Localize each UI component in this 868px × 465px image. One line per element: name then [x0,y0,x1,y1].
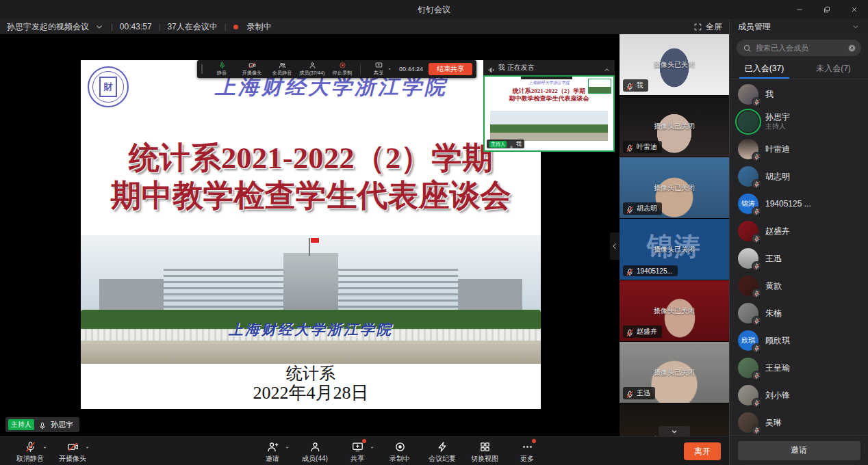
minimize-button[interactable] [786,0,813,19]
leave-button[interactable]: 离开 [684,442,721,460]
collapse-thumbnails-button[interactable] [610,232,620,260]
caret-down-icon[interactable] [387,62,392,68]
chevron-up-icon[interactable] [603,64,611,72]
member-row[interactable]: 叶雷迪 [730,135,868,163]
members-button[interactable]: 成员(44) [297,437,333,465]
floating-share-toolbar: 静音开摄像头全员静音成员(37/44)停止录制 共享 00:44:24 结束共享 [197,60,476,78]
record-icon [339,62,346,69]
member-name: 孙思宇 [765,112,790,122]
member-row[interactable]: 欣琪顾欣琪 [730,327,868,354]
avatar [738,385,758,406]
lightning-icon [437,441,448,453]
member-row[interactable]: 胡志明 [730,163,868,190]
mic-muted-icon [752,316,761,326]
member-name: 黄款 [765,281,782,291]
member-role: 主持人 [765,122,790,131]
chevron-down-icon[interactable] [94,22,104,31]
avatar [738,84,758,105]
plaza [81,341,541,364]
host-badge: 主持人 [8,419,34,430]
video-tile-赵盛卉[interactable]: 摄像头已关闭赵盛卉 [620,280,729,342]
more-button[interactable]: 更多 [509,437,545,465]
cam-off-icon [248,62,256,69]
search-input[interactable] [737,40,861,56]
mic-muted-icon [752,343,761,353]
recording-button[interactable]: 录制中 [382,437,418,465]
member-row[interactable]: 锦涛19405125 ... [730,190,868,217]
clear-search-icon[interactable] [847,43,856,52]
fullscreen-button[interactable]: 全屏 [693,21,722,33]
invite-button[interactable]: 邀请 [255,437,290,465]
member-row[interactable]: 孙思宇主持人 [730,108,868,135]
video-tile-我[interactable]: 摄像头已关闭我 [620,34,729,96]
caret-down-icon[interactable] [369,441,375,447]
pip-name-pill: 主持人 我 [487,140,524,148]
tab-joined[interactable]: 已入会(37) [730,59,799,79]
meeting-title[interactable]: 孙思宇发起的视频会议 [7,21,89,33]
video-tile-19405125...[interactable]: 锦涛摄像头已关闭19405125... [620,219,729,280]
dots-icon [522,441,533,453]
drag-handle[interactable] [201,64,204,74]
unmute-button[interactable]: 取消静音 [12,437,48,465]
camera-on-button[interactable]: 开摄像头 [237,62,267,77]
slide-title-line2: 期中教学检查学生代表座谈会 [81,177,541,215]
pip-preview: 上海财经大学浙江学院 统计系2021-2022（2）学期 期中教学检查学生代表座… [483,75,615,152]
avatar [738,358,758,378]
share-button[interactable]: 共享 [340,437,375,465]
caret-down-icon[interactable] [42,441,48,447]
member-row[interactable]: 刘小锋 [730,382,868,409]
more-label: 更多 [520,454,534,464]
minutes-label: 会议纪要 [429,454,456,464]
member-name: 我 [765,90,774,99]
mute-all-label: 全员静音 [272,70,292,77]
scroll-thumbnails-down-button[interactable] [659,426,690,436]
mic-muted-icon [752,152,761,161]
member-panel-header: 成员管理 [730,19,868,34]
member-row[interactable]: 吴琳 [730,409,868,435]
invite-label: 邀请 [266,454,279,464]
members-button[interactable]: 成员(37/44) [297,62,327,77]
meeting-main-area: 孙思宇发起的视频会议 | 00:43:57 | 37人在会议中 | 录制中 全屏 [0,19,729,465]
member-name: 王迅 [765,254,782,263]
member-row[interactable]: 王呈瑜 [730,354,868,382]
video-tile-胡志明[interactable]: 摄像头已关闭胡志明 [620,157,729,219]
invite-button[interactable]: 邀请 [738,441,860,460]
participant-count: 37人在会议中 [167,21,217,33]
tile-name: 19405125... [637,267,673,275]
video-tile-王迅[interactable]: 摄像头已关闭王迅 [620,342,729,403]
layout-button[interactable]: 切换视图 [467,437,502,465]
share-menu-label: 共享 [374,70,383,77]
divider: | [225,23,227,31]
mute-button[interactable]: 静音 [207,62,237,77]
mute-all-button[interactable]: 全员静音 [267,62,297,77]
video-tile-叶雷迪[interactable]: 摄像头已关闭叶雷迪 [620,96,729,157]
member-row[interactable]: 我 [730,81,868,108]
persons-icon [279,62,286,69]
speaker-pip-window[interactable]: 我 正在发言 上海财经大学浙江学院 统计系2021-2022（2）学期 期中教学… [483,60,615,152]
camera-off-label: 摄像头已关闭 [620,306,729,316]
end-share-button[interactable]: 结束共享 [429,63,472,75]
stop-record-button[interactable]: 停止录制 [327,62,357,77]
tile-name-pill: 叶雷迪 [623,141,662,153]
mic-muted-icon [752,97,761,107]
tab-not-joined[interactable]: 未入会(7) [799,59,868,79]
caret-down-icon[interactable] [84,441,90,447]
minutes-button[interactable]: 会议纪要 [424,437,460,465]
divider: | [159,23,161,31]
close-button[interactable] [841,0,868,19]
mic-muted-icon [626,204,634,213]
mic-muted-icon [752,261,761,271]
member-row[interactable]: 王迅 [730,245,868,272]
screen-share-icon [375,62,383,69]
share-menu-button[interactable]: 共享 [363,62,394,77]
tile-name-pill: 赵盛卉 [623,326,662,338]
chevron-down-icon[interactable] [852,23,860,31]
camera-off-label: 摄像头已关闭 [620,122,729,131]
member-row[interactable]: 黄款 [730,272,868,300]
camera-on-button[interactable]: 开摄像头 [55,437,90,465]
maximize-button[interactable] [813,0,841,19]
member-name: 刘小锋 [765,390,790,400]
member-row[interactable]: 赵盛卉 [730,217,868,245]
caret-down-icon[interactable] [284,441,290,447]
member-row[interactable]: 朱楠 [730,300,868,327]
